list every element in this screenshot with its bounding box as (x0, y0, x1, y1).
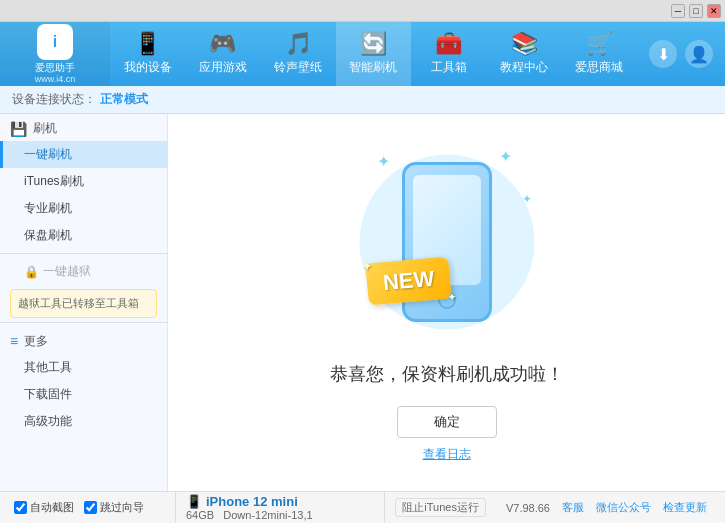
nav-apps-games-label: 应用游戏 (199, 59, 247, 76)
logo-url: www.i4.cn (35, 74, 76, 85)
nav-toolbox-label: 工具箱 (431, 59, 467, 76)
sparkle-1: ✦ (377, 152, 390, 171)
success-text: 恭喜您，保资料刷机成功啦！ (330, 362, 564, 386)
device-details: 64GB Down-12mini-13,1 (186, 509, 374, 521)
header: i 爱思助手 www.i4.cn 📱 我的设备 🎮 应用游戏 🎵 铃声壁纸 🔄 … (0, 22, 725, 86)
close-button[interactable]: ✕ (707, 4, 721, 18)
new-badge: NEW (365, 256, 452, 305)
ringtone-icon: 🎵 (285, 33, 312, 55)
jailbreak-info-text: 越狱工具已转移至工具箱 (18, 297, 139, 309)
more-section-label: 更多 (24, 333, 48, 350)
window-controls: ─ □ ✕ (671, 4, 721, 18)
wechat-link[interactable]: 微信公众号 (596, 500, 651, 515)
secondary-link[interactable]: 查看日志 (423, 446, 471, 463)
nav-smart-flash[interactable]: 🔄 智能刷机 (336, 22, 411, 86)
device-name: 📱 iPhone 12 mini (186, 494, 374, 509)
device-model: Down-12mini-13,1 (223, 509, 312, 521)
jailbreak-section-label: 一键越狱 (43, 263, 91, 280)
save-flash-label: 保盘刷机 (24, 228, 72, 242)
status-bar: 设备连接状态： 正常模式 (0, 86, 725, 114)
logo-icon: i (37, 24, 73, 60)
nav-apps-games[interactable]: 🎮 应用游戏 (185, 22, 260, 86)
auto-jump-input[interactable] (14, 501, 27, 514)
logo-area: i 爱思助手 www.i4.cn (0, 22, 110, 86)
more-section-icon: ≡ (10, 333, 18, 349)
bottom-left-section: 自动截图 跳过向导 (8, 492, 176, 523)
advanced-label: 高级功能 (24, 414, 72, 428)
sparkle-3: ✦ (522, 192, 532, 206)
itunes-toggle[interactable]: 阻止iTunes运行 (395, 498, 486, 517)
sidebar-item-pro-flash[interactable]: 专业刷机 (0, 195, 167, 222)
nav-store-label: 爱思商城 (575, 59, 623, 76)
nav-ringtone[interactable]: 🎵 铃声壁纸 (261, 22, 336, 86)
status-value: 正常模式 (100, 91, 148, 108)
bottom-bar: 自动截图 跳过向导 📱 iPhone 12 mini 64GB Down-12m… (0, 491, 725, 523)
nav-tutorial[interactable]: 📚 教程中心 (486, 22, 561, 86)
nav-toolbox[interactable]: 🧰 工具箱 (411, 22, 486, 86)
sidebar-item-advanced[interactable]: 高级功能 (0, 408, 167, 435)
skip-wizard-input[interactable] (84, 501, 97, 514)
tutorial-icon: 📚 (511, 33, 538, 55)
sidebar-item-save-flash[interactable]: 保盘刷机 (0, 222, 167, 249)
nav-smart-flash-label: 智能刷机 (349, 59, 397, 76)
skip-wizard-checkbox[interactable]: 跳过向导 (84, 500, 144, 515)
sidebar-divider-1 (0, 253, 167, 254)
my-device-icon: 📱 (134, 33, 161, 55)
pro-flash-label: 专业刷机 (24, 201, 72, 215)
device-name-text: iPhone 12 mini (206, 494, 298, 509)
toolbox-icon: 🧰 (435, 33, 462, 55)
nav-my-device-label: 我的设备 (124, 59, 172, 76)
confirm-button[interactable]: 确定 (397, 406, 497, 438)
device-icon: 📱 (186, 494, 202, 509)
version-text: V7.98.66 (506, 502, 550, 514)
sidebar-item-other-tools[interactable]: 其他工具 (0, 354, 167, 381)
bottom-bar-inner: 自动截图 跳过向导 📱 iPhone 12 mini 64GB Down-12m… (8, 492, 717, 523)
nav-tutorial-label: 教程中心 (500, 59, 548, 76)
auto-jump-label: 自动截图 (30, 500, 74, 515)
nav-my-device[interactable]: 📱 我的设备 (110, 22, 185, 86)
smart-flash-icon: 🔄 (360, 33, 387, 55)
jailbreak-info-box: 越狱工具已转移至工具箱 (10, 289, 157, 318)
sidebar-item-download-firmware[interactable]: 下载固件 (0, 381, 167, 408)
restore-button[interactable]: □ (689, 4, 703, 18)
store-icon: 🛒 (586, 33, 613, 55)
itunes-flash-label: iTunes刷机 (24, 174, 84, 188)
nav-right: ⬇ 👤 (637, 40, 725, 68)
skip-wizard-label: 跳过向导 (100, 500, 144, 515)
nav-ringtone-label: 铃声壁纸 (274, 59, 322, 76)
auto-jump-checkbox[interactable]: 自动截图 (14, 500, 74, 515)
user-button[interactable]: 👤 (685, 40, 713, 68)
bottom-right-section: 阻止iTunes运行 V7.98.66 客服 微信公众号 检查更新 (384, 492, 717, 523)
logo-name: 爱思助手 (35, 62, 76, 74)
sidebar-section-more[interactable]: ≡ 更多 (0, 327, 167, 354)
support-link[interactable]: 客服 (562, 500, 584, 515)
nav-items: 📱 我的设备 🎮 应用游戏 🎵 铃声壁纸 🔄 智能刷机 🧰 工具箱 📚 教程中心… (110, 22, 637, 86)
sparkle-2: ✦ (499, 147, 512, 166)
status-label: 设备连接状态： (12, 91, 96, 108)
title-bar: ─ □ ✕ (0, 0, 725, 22)
flash-section-icon: 💾 (10, 121, 27, 137)
sidebar-item-one-click-flash[interactable]: 一键刷机 (0, 141, 167, 168)
sidebar-jailbreak-disabled: 🔒 一键越狱 (0, 258, 167, 285)
flash-section-label: 刷机 (33, 120, 57, 137)
download-button[interactable]: ⬇ (649, 40, 677, 68)
lock-icon: 🔒 (24, 265, 39, 279)
other-tools-label: 其他工具 (24, 360, 72, 374)
sidebar: 💾 刷机 一键刷机 iTunes刷机 专业刷机 保盘刷机 🔒 一键越狱 越狱工具… (0, 114, 168, 491)
device-storage: 64GB (186, 509, 214, 521)
main-area: 💾 刷机 一键刷机 iTunes刷机 专业刷机 保盘刷机 🔒 一键越狱 越狱工具… (0, 114, 725, 491)
apps-games-icon: 🎮 (209, 33, 236, 55)
sidebar-section-flash[interactable]: 💾 刷机 (0, 114, 167, 141)
nav-store[interactable]: 🛒 爱思商城 (562, 22, 637, 86)
content-area: ✦ ✦ ✦ NEW 恭喜您，保资料刷机成功啦！ 确定 查看日志 (168, 114, 725, 491)
device-info-section: 📱 iPhone 12 mini 64GB Down-12mini-13,1 (176, 492, 384, 523)
minimize-button[interactable]: ─ (671, 4, 685, 18)
one-click-flash-label: 一键刷机 (24, 147, 72, 161)
sidebar-divider-2 (0, 322, 167, 323)
download-firmware-label: 下载固件 (24, 387, 72, 401)
sidebar-item-itunes-flash[interactable]: iTunes刷机 (0, 168, 167, 195)
update-link[interactable]: 检查更新 (663, 500, 707, 515)
success-illustration: ✦ ✦ ✦ NEW (357, 142, 537, 342)
